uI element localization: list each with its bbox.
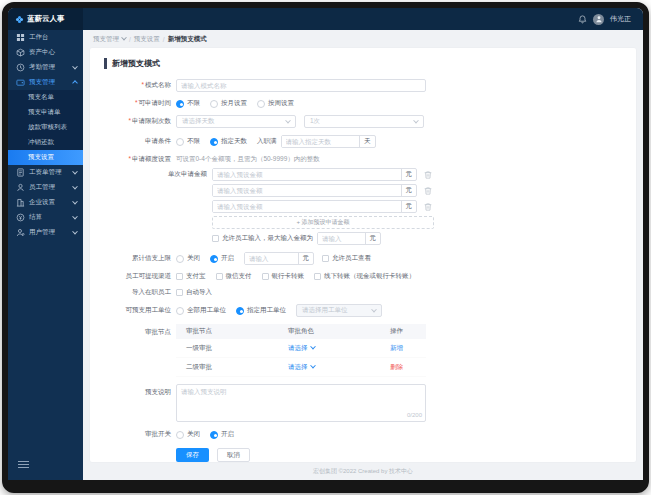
radio-apply-time-weekly[interactable] xyxy=(257,100,265,108)
radio-apply-time-unlimited[interactable] xyxy=(176,100,184,108)
save-button[interactable]: 保存 xyxy=(176,448,209,462)
alipay-checkbox[interactable] xyxy=(176,273,183,280)
cumulative-amount-input[interactable] xyxy=(245,253,298,264)
field-sublabel: 单次申请金额 xyxy=(140,170,212,179)
chevron-up-icon xyxy=(72,80,78,86)
radio-condition-specified-days[interactable] xyxy=(210,138,218,146)
field-approval-nodes: 审批节点 审批节点 审批角色 操作 一级审批 请选择 xyxy=(104,324,622,377)
add-preset-amount-button[interactable]: + 添加预设申请金额 xyxy=(212,216,434,229)
notification-bell-icon[interactable] xyxy=(578,15,587,24)
role-select[interactable]: 请选择 xyxy=(288,344,315,353)
sidebar-item-label: 工资单管理 xyxy=(29,168,62,177)
bank-transfer-checkbox[interactable] xyxy=(262,273,269,280)
approval-table-row: 二级审批 请选择 删除 xyxy=(176,358,426,377)
sidebar-item-label: 考勤管理 xyxy=(29,63,55,72)
radio-switch-off[interactable] xyxy=(176,431,184,439)
chevron-down-icon xyxy=(72,213,78,219)
mode-name-input[interactable] xyxy=(176,79,426,92)
sidebar-item-label: 工作台 xyxy=(29,33,49,42)
field-quota: 申请额度设置 可设置0-4个金额项，且需为（50-9999）内的整数 xyxy=(104,155,622,164)
sidebar-item-advance-management[interactable]: 预支管理 xyxy=(8,75,83,90)
field-label: 导入在职员工 xyxy=(104,288,176,297)
app-logo[interactable]: 蓝薪云人事 xyxy=(8,8,83,30)
sidebar-item-payroll[interactable]: 工资单管理 xyxy=(8,165,83,180)
preset-amount-input[interactable] xyxy=(213,169,401,180)
cancel-button[interactable]: 取消 xyxy=(217,448,250,462)
sidebar-collapse-button[interactable] xyxy=(18,459,29,470)
max-input-amount[interactable] xyxy=(318,233,365,244)
breadcrumb: 预支管理 / 预支设置 / 新增预支模式 xyxy=(83,30,643,48)
delete-node-link[interactable]: 删除 xyxy=(390,363,403,370)
unit-yuan: 元 xyxy=(401,201,417,212)
allow-employee-view-checkbox[interactable] xyxy=(322,255,329,262)
unit-select[interactable]: 请选择用工单位 xyxy=(296,304,382,317)
allow-employee-input-checkbox[interactable] xyxy=(212,235,219,242)
topbar-right: 伟光正 xyxy=(578,14,643,25)
field-apply-limit: 申请限制次数 请选择天数 1次 xyxy=(104,115,622,128)
preset-amount-input[interactable] xyxy=(213,185,401,196)
times-select[interactable]: 1次 xyxy=(304,115,424,128)
offline-transfer-checkbox[interactable] xyxy=(314,273,321,280)
user-gear-icon xyxy=(16,228,25,237)
chevron-down-icon xyxy=(72,198,78,204)
unit-yuan: 元 xyxy=(401,169,417,180)
role-select[interactable]: 请选择 xyxy=(288,363,315,372)
field-cumulative-limit: 累计借支上限 关闭 开启 元 允许员工查看 xyxy=(104,252,622,265)
delete-amount-icon[interactable] xyxy=(423,202,433,212)
field-apply-time: 可申请时间 不限 按月设置 按周设置 xyxy=(104,99,622,108)
cumulative-amount-group: 元 xyxy=(244,252,314,265)
chevron-down-icon xyxy=(413,117,419,123)
sidebar-item-employees[interactable]: 员工管理 xyxy=(8,180,83,195)
chevron-down-icon xyxy=(310,344,316,350)
username[interactable]: 伟光正 xyxy=(610,14,631,24)
app-window: 蓝薪云人事 伟光正 工作台 资产中心 考勤管理 xyxy=(2,2,649,493)
breadcrumb-item-advance-management[interactable]: 预支管理 xyxy=(93,35,119,44)
preset-amount-input[interactable] xyxy=(213,201,401,212)
sidebar-item-enterprise-settings[interactable]: 企业设置 xyxy=(8,195,83,210)
sidebar-item-label: 资产中心 xyxy=(29,48,55,57)
quota-row-2: 元 xyxy=(140,184,622,197)
field-mode-name: 模式名称 xyxy=(104,79,622,92)
sidebar-item-asset-center[interactable]: 资产中心 xyxy=(8,45,83,60)
avatar[interactable] xyxy=(593,14,604,25)
radio-apply-time-monthly[interactable] xyxy=(210,100,218,108)
logo-icon xyxy=(15,15,24,24)
field-employer-units: 可预支用工单位 全部用工单位 指定用工单位 请选择用工单位 xyxy=(104,304,622,317)
form-card: 新增预支模式 模式名称 可申请时间 不限 按月设置 按周设置 申请限制次数 xyxy=(90,48,636,462)
description-textarea[interactable] xyxy=(176,384,426,422)
sidebar-item-advance-settings[interactable]: 预支设置 xyxy=(8,150,83,165)
sidebar-item-workbench[interactable]: 工作台 xyxy=(8,30,83,45)
sidebar-item-attendance[interactable]: 考勤管理 xyxy=(8,60,83,75)
sidebar-item-writeoff-repayment[interactable]: 冲销还款 xyxy=(8,135,83,150)
sidebar-item-settlement[interactable]: 结算 xyxy=(8,210,83,225)
condition-prefix: 入职满 xyxy=(257,137,277,146)
radio-condition-unlimited[interactable] xyxy=(176,138,184,146)
sidebar-item-user-management[interactable]: 用户管理 xyxy=(8,225,83,240)
unit-yuan: 元 xyxy=(298,253,314,264)
field-label: 申请限制次数 xyxy=(104,117,176,126)
chevron-down-icon xyxy=(310,363,316,369)
person-icon xyxy=(16,183,25,192)
form-actions: 保存 取消 xyxy=(104,448,622,462)
delete-amount-icon[interactable] xyxy=(423,170,433,180)
wechat-pay-checkbox[interactable] xyxy=(216,273,223,280)
chevron-down-icon xyxy=(121,35,127,41)
breadcrumb-item-advance-settings[interactable]: 预支设置 xyxy=(134,35,160,44)
radio-specified-units[interactable] xyxy=(236,307,244,315)
condition-days-input[interactable] xyxy=(282,136,360,147)
auto-import-checkbox[interactable] xyxy=(176,289,183,296)
radio-all-units[interactable] xyxy=(176,307,184,315)
days-select[interactable]: 请选择天数 xyxy=(176,115,296,128)
delete-amount-icon[interactable] xyxy=(423,186,433,196)
sidebar-item-advance-applications[interactable]: 预支申请单 xyxy=(8,105,83,120)
field-label: 预支说明 xyxy=(104,384,176,397)
sidebar-item-advance-list[interactable]: 预支名单 xyxy=(8,90,83,105)
sidebar-item-loan-review-list[interactable]: 放款审核列表 xyxy=(8,120,83,135)
radio-cumulative-on[interactable] xyxy=(210,255,218,263)
radio-cumulative-off[interactable] xyxy=(176,255,184,263)
topbar: 蓝薪云人事 伟光正 xyxy=(8,8,643,30)
radio-switch-on[interactable] xyxy=(210,431,218,439)
add-node-link[interactable]: 新增 xyxy=(390,344,403,351)
field-label: 审批节点 xyxy=(104,324,176,337)
chevron-down-icon xyxy=(285,117,291,123)
